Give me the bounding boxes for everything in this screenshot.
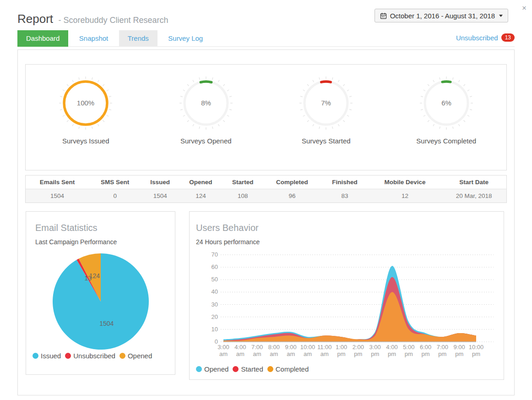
unsubscribed-link[interactable]: Unsubscribed 13 [456,33,515,42]
gauge-tick [463,84,465,86]
x-tick-label: 2:00pm [353,344,364,357]
users-behavior-area-chart[interactable]: 7060504030201003:00am4:00am7:00am8:00am9… [196,247,497,361]
gauge-tick [109,110,111,110]
y-tick-label: 70 [212,251,218,258]
tab-snapshot[interactable]: Snapshot [71,30,117,47]
unsubscribed-count-badge: 13 [501,33,515,42]
legend-item-started[interactable]: Started [233,365,263,373]
x-tick-label: 1:00pm [336,344,347,357]
page-subtitle: - Scorebuddy Client Research [59,16,168,25]
gauge-tick [193,80,194,82]
gauge-surveys-opened: 8% Surveys Opened [146,65,266,170]
legend-dot [233,366,239,372]
gauge-tick [193,124,194,126]
gauge-tick [467,115,469,117]
x-tick-label: 3:00am [217,344,229,357]
gauge-label: Surveys Started [302,137,351,145]
legend-label: Completed [276,365,309,373]
gauge-tick [67,84,69,86]
gauge-percent: 100% [77,99,94,107]
pie-legend: IssuedUnsubscribedOpened [33,352,152,360]
gauge-tick [187,120,189,122]
y-tick-label: 10 [212,326,218,333]
gauge-tick [107,115,109,117]
dashboard-content: 100% Surveys Issued 8% Surveys Opened 7%… [17,49,515,395]
legend-item-opened[interactable]: Opened [196,365,228,373]
area-series-started [223,277,476,342]
gauge-tick [463,120,465,122]
gauge-tick [183,90,185,91]
email-statistics-pie-chart[interactable]: 150413124 [51,252,150,351]
gauge-tick [332,126,333,129]
report-page: × Report - Scorebuddy Client Research Oc… [0,0,532,400]
area-legend: OpenedStartedCompleted [196,365,309,373]
legend-item-unsubscribed[interactable]: Unsubscribed [65,352,115,360]
chevron-down-icon [499,15,503,17]
summary-column-header: Opened [179,175,223,189]
gauge-tick [218,124,219,126]
page-header: Report - Scorebuddy Client Research [17,12,168,26]
legend-dot [65,353,71,359]
legend-dot [196,366,202,372]
gauge-tick [180,110,183,110]
gauge-tick [467,90,469,91]
gauge-tick [300,96,303,97]
legend-label: Opened [204,365,228,373]
y-tick-label: 30 [212,301,218,308]
close-icon[interactable]: × [522,4,527,13]
gauge-tick [212,77,212,80]
summary-cell: 1504 [26,189,89,203]
gauge-ring-issued: 100% [58,76,113,131]
legend-item-opened[interactable]: Opened [119,352,152,360]
gauge-tick [349,96,352,97]
legend-item-completed[interactable]: Completed [267,365,309,373]
legend-dot [33,353,38,359]
charts-row: Email Statistics Last Campaign Performan… [26,211,504,380]
gauge-label: Surveys Opened [180,137,232,145]
gauge-tick [103,120,105,122]
gauge-tick [349,110,352,110]
gauge-tick [60,110,62,110]
gauge-tick [60,96,62,97]
gauge-tick [107,90,109,91]
gauge-tick [303,90,305,91]
summary-column-header: Issued [141,175,179,189]
summary-cell: 83 [321,189,368,203]
gauge-tick [338,124,340,126]
x-tick-label: 5:00pm [403,344,414,357]
gauges-panel: 100% Surveys Issued 8% Surveys Opened 7%… [25,64,507,170]
gauge-percent: 6% [441,99,451,107]
summary-cell: 108 [223,189,263,203]
legend-item-issued[interactable]: Issued [33,352,61,360]
gauge-tick [307,84,309,86]
gauge-tick [79,77,79,80]
tab-dashboard[interactable]: Dashboard [17,30,68,47]
gauge-tick [303,115,305,117]
x-tick-label: 10:00am [300,344,315,357]
gauge-percent: 7% [321,99,331,107]
gauge-label: Surveys Issued [62,137,109,145]
gauge-tick [307,120,309,122]
x-tick-label: 9:00am [285,344,297,357]
gauge-tick [180,96,183,97]
gauge-tick [440,126,440,129]
calendar-icon [380,12,387,19]
x-tick-label: 7:00pm [437,344,448,357]
tab-survey-log[interactable]: Survey Log [159,30,212,47]
summary-column-header: Started [223,175,263,189]
x-tick-label: 4:00pm [386,344,397,357]
gauge-tick [433,124,434,126]
date-range-picker[interactable]: October 1, 2016 - August 31, 2018 [375,9,508,22]
gauge-tick [458,124,460,126]
gauge-tick [187,84,189,86]
users-behavior-title: Users Behavior [196,223,497,233]
gauge-tick [72,124,74,126]
y-tick-label: 40 [212,288,218,295]
gauge-ring-started: 7% [299,76,353,131]
gauge-tick [338,80,340,82]
summary-cell: 1504 [141,189,179,203]
tab-trends[interactable]: Trends [119,30,157,47]
x-tick-label: 7:00am [251,344,263,357]
table-row: 15040150412410896831220 Mar, 2018 [26,189,507,203]
gauge-tick [423,90,425,91]
